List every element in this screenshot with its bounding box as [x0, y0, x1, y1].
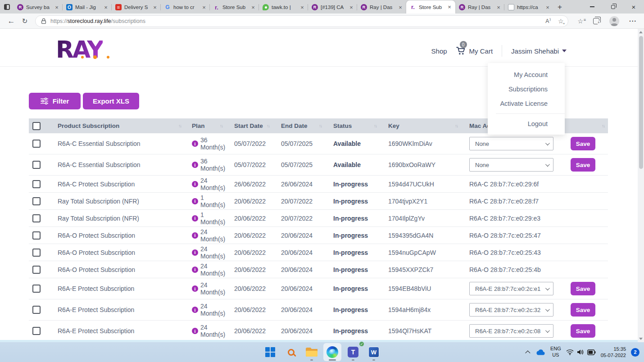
info-icon[interactable] — [192, 307, 198, 313]
info-icon[interactable] — [192, 249, 198, 256]
tab-close-icon[interactable] — [446, 4, 453, 10]
language-indicator[interactable]: ENGUS — [550, 346, 561, 358]
tab-close-icon[interactable] — [397, 4, 404, 10]
teams-button[interactable]: T✓ — [344, 343, 362, 361]
nav-shop-link[interactable]: Shop — [431, 47, 447, 55]
browser-tab[interactable]: Delivery S — [112, 1, 161, 14]
tab-close-icon[interactable] — [348, 4, 354, 10]
user-menu-item[interactable]: Logout — [488, 117, 565, 131]
back-button[interactable] — [5, 15, 18, 27]
sort-icon[interactable] — [267, 123, 273, 128]
sort-icon[interactable] — [178, 123, 185, 128]
save-button[interactable]: Save — [571, 158, 595, 172]
site-logo[interactable]: RAY — [56, 36, 110, 62]
info-icon[interactable] — [192, 198, 198, 204]
tab-close-icon[interactable] — [54, 4, 60, 10]
collections-icon[interactable] — [593, 18, 599, 24]
browser-tab[interactable]: Store Sub — [406, 0, 455, 14]
mac-address-select[interactable]: R6A-E 28:b7:7c:e0:2c:e1 — [469, 282, 553, 295]
save-button[interactable]: Save — [571, 137, 595, 150]
save-button[interactable]: Save — [571, 324, 595, 338]
close-button[interactable] — [623, 0, 644, 14]
sort-icon[interactable] — [602, 123, 608, 128]
new-tab-button[interactable] — [553, 1, 566, 14]
row-checkbox[interactable] — [32, 266, 41, 274]
restore-button[interactable] — [603, 0, 623, 14]
tab-close-icon[interactable] — [250, 4, 256, 10]
tab-close-icon[interactable] — [152, 4, 158, 10]
info-icon[interactable] — [192, 215, 198, 222]
row-checkbox[interactable] — [32, 161, 41, 169]
browser-tab[interactable]: https://ca — [504, 1, 553, 14]
info-icon[interactable] — [192, 181, 198, 187]
mac-address-select[interactable]: R6A-E 28:b7:7c:e0:2c:08 — [469, 324, 553, 338]
refresh-button[interactable] — [18, 15, 32, 27]
info-icon[interactable] — [192, 140, 198, 147]
tab-close-icon[interactable] — [201, 4, 207, 10]
browser-tab[interactable]: Survey ba — [14, 1, 63, 14]
tab-close-icon[interactable] — [544, 4, 551, 10]
tray-status-icons[interactable] — [566, 349, 596, 355]
filter-button[interactable]: Filter — [29, 93, 81, 109]
favorites-icon[interactable] — [577, 18, 583, 24]
user-menu-item[interactable]: Subscriptions — [488, 82, 565, 96]
settings-menu-icon[interactable] — [629, 18, 637, 25]
add-favorite-icon[interactable] — [558, 18, 564, 24]
row-checkbox[interactable] — [32, 197, 41, 205]
row-checkbox[interactable] — [32, 285, 41, 293]
file-explorer-button[interactable] — [303, 343, 321, 361]
info-icon[interactable] — [192, 285, 198, 292]
mac-address-select[interactable]: None — [469, 137, 553, 150]
row-checkbox[interactable] — [32, 306, 41, 314]
info-icon[interactable] — [192, 232, 198, 239]
row-checkbox[interactable] — [32, 327, 41, 335]
user-menu-item[interactable]: Activate License — [488, 96, 565, 111]
browser-tab[interactable]: Store Sub — [210, 1, 259, 14]
browser-tab[interactable]: Ray | Das — [455, 1, 504, 14]
sort-icon[interactable] — [319, 123, 325, 128]
row-checkbox[interactable] — [32, 249, 41, 257]
browser-tab[interactable]: tawk.to | — [259, 1, 308, 14]
browser-tab[interactable]: [#139] CA — [308, 1, 357, 14]
notification-badge[interactable]: 2 — [631, 348, 639, 357]
tab-close-icon[interactable] — [103, 4, 109, 10]
taskbar-clock[interactable]: 15:3505-07-2022 — [601, 346, 626, 359]
browser-tab[interactable]: how to cr — [161, 1, 210, 14]
start-button[interactable] — [261, 343, 279, 361]
browser-tab[interactable]: Ray | Das — [357, 1, 406, 14]
mac-address-select[interactable]: R6A-E 28:b7:7c:e0:2c:32 — [469, 303, 553, 317]
info-icon[interactable] — [192, 162, 198, 168]
info-icon[interactable] — [192, 267, 198, 273]
export-xls-button[interactable]: Export XLS — [83, 93, 139, 109]
browser-tab[interactable]: Mail - Jig — [63, 1, 112, 14]
search-button[interactable] — [282, 343, 300, 361]
onedrive-icon[interactable] — [535, 348, 545, 356]
row-checkbox[interactable] — [32, 231, 41, 240]
tray-expand-icon[interactable] — [525, 350, 530, 355]
sort-icon[interactable] — [374, 123, 380, 128]
row-checkbox[interactable] — [32, 214, 41, 222]
read-aloud-icon[interactable]: A) — [545, 18, 551, 24]
mac-address-select[interactable]: None — [469, 158, 553, 172]
select-all-checkbox[interactable] — [32, 122, 41, 130]
sort-icon[interactable] — [220, 123, 226, 128]
tab-actions-button[interactable] — [0, 0, 14, 14]
scroll-up-arrow[interactable] — [639, 31, 643, 33]
user-menu-trigger[interactable]: Jassim Shehabi — [511, 47, 567, 55]
scroll-down-arrow[interactable] — [639, 338, 643, 340]
edge-button[interactable] — [323, 343, 341, 361]
scrollbar-thumb[interactable] — [639, 36, 643, 169]
sort-icon[interactable] — [455, 123, 461, 128]
word-button[interactable]: W — [365, 343, 383, 361]
user-menu-item[interactable]: My Account — [488, 68, 565, 82]
page-scrollbar[interactable] — [638, 29, 644, 342]
tab-close-icon[interactable] — [299, 4, 305, 10]
save-button[interactable]: Save — [571, 282, 595, 295]
profile-avatar[interactable] — [609, 16, 619, 26]
save-button[interactable]: Save — [571, 303, 595, 317]
my-cart-link[interactable]: 0 My Cart — [456, 46, 493, 55]
row-checkbox[interactable] — [32, 140, 41, 148]
info-icon[interactable] — [192, 328, 198, 334]
minimize-button[interactable] — [582, 0, 603, 14]
address-bar[interactable]: https://storecloud.ray.life/subscription… — [35, 15, 568, 27]
